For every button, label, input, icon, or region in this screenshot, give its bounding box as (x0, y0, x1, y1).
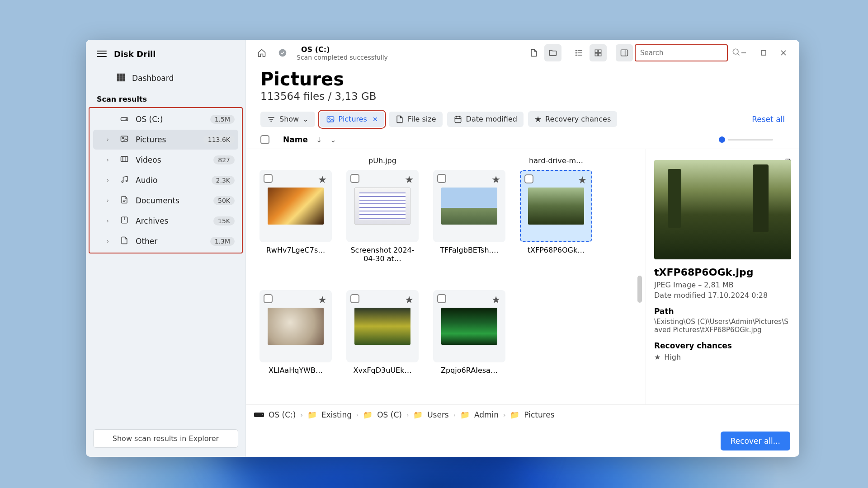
file-icon[interactable] (525, 44, 542, 61)
breadcrumb: OS (C:)›📁Existing›📁OS (C)›📁Users›📁Admin›… (246, 404, 799, 425)
sidebar-item-osc[interactable]: OS (C:)1.5M (93, 109, 238, 129)
maximize-icon[interactable] (755, 44, 772, 61)
star-icon[interactable]: ★ (578, 174, 587, 186)
svg-rect-30 (599, 50, 601, 52)
star-icon[interactable]: ★ (491, 294, 500, 305)
thumbnail-card[interactable]: ★ (433, 170, 505, 242)
chevron-down-icon: ⌄ (302, 115, 308, 123)
grid-item[interactable]: pUh.jpg★Screenshot 2024-04-30 at… (346, 156, 419, 263)
scrollbar[interactable] (637, 276, 642, 303)
thumbnail-card[interactable]: ★ (433, 290, 505, 362)
scan-title: OS (C:) (301, 45, 388, 54)
grid-item[interactable]: ★Zpqjo6RAIesa… (433, 277, 505, 375)
drive-icon (119, 114, 129, 125)
remove-filter-icon[interactable]: ✕ (373, 116, 378, 123)
star-icon[interactable]: ★ (491, 174, 500, 185)
item-checkbox[interactable] (437, 174, 446, 183)
grid-item[interactable]: ★TFFaIgbBETsh.… (433, 156, 505, 263)
item-checkbox[interactable] (350, 294, 359, 303)
nav-dashboard[interactable]: Dashboard (90, 68, 242, 88)
star-icon[interactable]: ★ (405, 294, 414, 305)
breadcrumb-segment[interactable]: OS (C) (377, 410, 402, 419)
thumbnail-card[interactable]: ★ (259, 290, 332, 362)
star-icon[interactable]: ★ (318, 294, 327, 305)
status-check-icon (274, 44, 291, 61)
grid-item[interactable]: ★RwHv7LgeC7s… (259, 156, 332, 263)
minimize-icon[interactable] (735, 44, 752, 61)
filter-show[interactable]: Show ⌄ (260, 112, 315, 127)
chevron-right-icon: › (503, 412, 505, 418)
svg-rect-38 (761, 51, 766, 55)
sidebar-label: OS (C:) (136, 115, 204, 124)
menu-icon[interactable] (97, 49, 107, 59)
grid-item[interactable]: ★XvxFqD3uUEk… (346, 277, 419, 375)
sidebar-label: Pictures (136, 135, 197, 144)
item-checkbox[interactable] (264, 174, 273, 183)
sidebar-count: 827 (213, 155, 235, 164)
list-view-icon[interactable] (571, 44, 588, 61)
chevron-right-icon[interactable]: › (107, 136, 113, 143)
filter-filesize[interactable]: File size (389, 112, 443, 127)
detail-filename: tXFP68P6OGk.jpg (654, 267, 791, 278)
filter-recovery[interactable]: ★ Recovery chances (528, 111, 617, 127)
thumbnail-card[interactable]: ★ (259, 170, 332, 242)
chevron-right-icon[interactable]: › (107, 218, 113, 224)
detail-modified: Date modified 17.10.2024 0:28 (654, 291, 791, 300)
folder-icon[interactable] (544, 44, 561, 61)
grid-item[interactable]: hard-drive-m…★tXFP68P6OGk… (520, 156, 592, 263)
sidebar-item-archives[interactable]: ›Archives15K (93, 211, 238, 231)
select-all-checkbox[interactable] (260, 135, 269, 144)
chevron-right-icon[interactable]: › (107, 197, 113, 204)
thumbnail (441, 308, 497, 345)
item-checkbox[interactable] (524, 174, 533, 183)
grid-item[interactable]: ★XLlAaHqYWB… (259, 277, 332, 375)
item-checkbox[interactable] (437, 294, 446, 303)
sort-arrow-icon[interactable]: ↓ (316, 136, 322, 144)
sidebar-item-pictures[interactable]: ›Pictures113.6K (93, 130, 238, 150)
grid-view-icon[interactable] (590, 44, 607, 61)
breadcrumb-segment[interactable]: Existing (321, 410, 352, 419)
col-name[interactable]: Name (283, 135, 308, 144)
sidebar-heading: Scan results (86, 89, 245, 107)
item-checkbox[interactable] (350, 174, 359, 183)
home-icon[interactable] (253, 44, 270, 61)
sidebar-item-videos[interactable]: ›Videos827 (93, 150, 238, 170)
chevron-right-icon[interactable]: › (107, 238, 113, 244)
svg-rect-2 (123, 74, 124, 76)
chevron-right-icon[interactable]: › (107, 177, 113, 183)
sidebar-label: Videos (136, 155, 207, 164)
filter-datemod[interactable]: Date modified (447, 112, 524, 127)
breadcrumb-segment[interactable]: Admin (474, 410, 499, 419)
item-checkbox[interactable] (264, 294, 273, 303)
show-in-explorer-button[interactable]: Show scan results in Explorer (93, 429, 238, 448)
detail-rc-v: High (664, 353, 681, 361)
sidebar-label: Other (136, 237, 204, 246)
sidebar-item-audio[interactable]: ›Audio2.3K (93, 170, 238, 190)
thumbnail (354, 188, 410, 225)
panel-toggle-icon[interactable] (616, 44, 633, 61)
column-header: Name ↓ ⌄ (246, 131, 799, 149)
chevron-down-icon[interactable]: ⌄ (330, 136, 336, 144)
thumbnail-size-slider[interactable] (719, 136, 773, 143)
breadcrumb-segment[interactable]: Users (427, 410, 449, 419)
item-name: tXFP68P6OGk… (528, 246, 585, 254)
star-icon[interactable]: ★ (318, 174, 327, 185)
breadcrumb-segment[interactable]: Pictures (524, 410, 554, 419)
star-icon[interactable]: ★ (405, 174, 414, 185)
filter-pictures[interactable]: Pictures ✕ (320, 112, 384, 127)
sidebar-item-documents[interactable]: ›Documents50K (93, 191, 238, 211)
search-input[interactable] (640, 49, 728, 57)
chevron-right-icon: › (453, 412, 456, 418)
breadcrumb-segment[interactable]: OS (C:) (269, 410, 296, 419)
reset-filters[interactable]: Reset all (752, 115, 785, 124)
sidebar-count: 1.5M (210, 115, 235, 124)
close-icon[interactable] (775, 44, 792, 61)
recover-button[interactable]: Recover all... (721, 432, 790, 450)
sidebar-count: 113.6K (203, 135, 235, 144)
thumbnail-card[interactable]: ★ (346, 290, 419, 362)
thumbnail-card[interactable]: ★ (520, 170, 592, 242)
thumbnail-card[interactable]: ★ (346, 170, 419, 242)
search-box[interactable] (635, 44, 728, 61)
sidebar-item-other[interactable]: ›Other1.3M (93, 231, 238, 251)
chevron-right-icon[interactable]: › (107, 157, 113, 163)
